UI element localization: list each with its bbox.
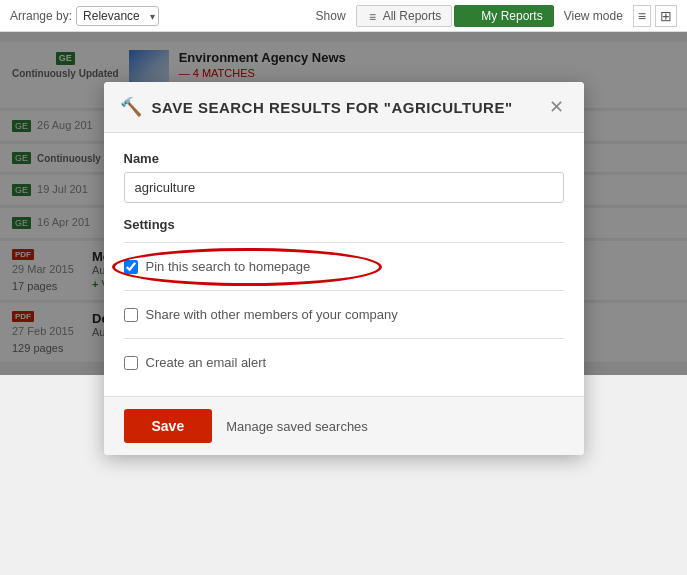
save-button[interactable]: Save	[124, 409, 213, 443]
email-alert-row: Create an email alert	[124, 347, 564, 378]
arrange-by-section: Arrange by: Relevance	[10, 6, 159, 26]
arrange-by-label: Arrange by:	[10, 9, 72, 23]
pin-homepage-label[interactable]: Pin this search to homepage	[146, 259, 311, 274]
save-search-modal: 🔨 SAVE SEARCH RESULTS FOR "AGRICULTURE" …	[104, 82, 584, 455]
share-company-row: Share with other members of your company	[124, 299, 564, 330]
view-icons: ≡ ⊞	[633, 5, 677, 27]
report-tabs: ≡ All Reports My Reports	[356, 5, 554, 27]
my-reports-tab[interactable]: My Reports	[454, 5, 553, 27]
show-button[interactable]: Show	[316, 9, 346, 23]
grid-view-button[interactable]: ⊞	[655, 5, 677, 27]
email-alert-label[interactable]: Create an email alert	[146, 355, 267, 370]
modal-footer: Save Manage saved searches	[104, 396, 584, 455]
content-area: GE Continuously Updated Environment Agen…	[0, 32, 687, 375]
view-mode-label: View mode	[564, 9, 623, 23]
list-icon: ≡	[367, 10, 379, 22]
settings-label: Settings	[124, 217, 564, 232]
name-input[interactable]	[124, 172, 564, 203]
pin-homepage-row: Pin this search to homepage	[124, 251, 564, 282]
share-company-label[interactable]: Share with other members of your company	[146, 307, 398, 322]
email-alert-checkbox[interactable]	[124, 356, 138, 370]
divider	[124, 338, 564, 339]
share-company-checkbox[interactable]	[124, 308, 138, 322]
green-icon	[465, 10, 477, 22]
modal-close-button[interactable]: ✕	[545, 96, 568, 118]
modal-header: 🔨 SAVE SEARCH RESULTS FOR "AGRICULTURE" …	[104, 82, 584, 133]
hammer-icon: 🔨	[120, 96, 142, 118]
manage-saved-searches-button[interactable]: Manage saved searches	[226, 419, 368, 434]
arrange-select-wrap[interactable]: Relevance	[76, 6, 159, 26]
top-bar: Arrange by: Relevance Show ≡ All Reports…	[0, 0, 687, 32]
pin-homepage-checkbox[interactable]	[124, 260, 138, 274]
modal-body: Name Settings Pin this search to homepag…	[104, 133, 584, 396]
modal-title: SAVE SEARCH RESULTS FOR "AGRICULTURE"	[152, 99, 535, 116]
list-view-button[interactable]: ≡	[633, 5, 651, 27]
all-reports-tab[interactable]: ≡ All Reports	[356, 5, 453, 27]
divider	[124, 290, 564, 291]
arrange-dropdown[interactable]: Relevance	[76, 6, 159, 26]
divider	[124, 242, 564, 243]
name-label: Name	[124, 151, 564, 166]
